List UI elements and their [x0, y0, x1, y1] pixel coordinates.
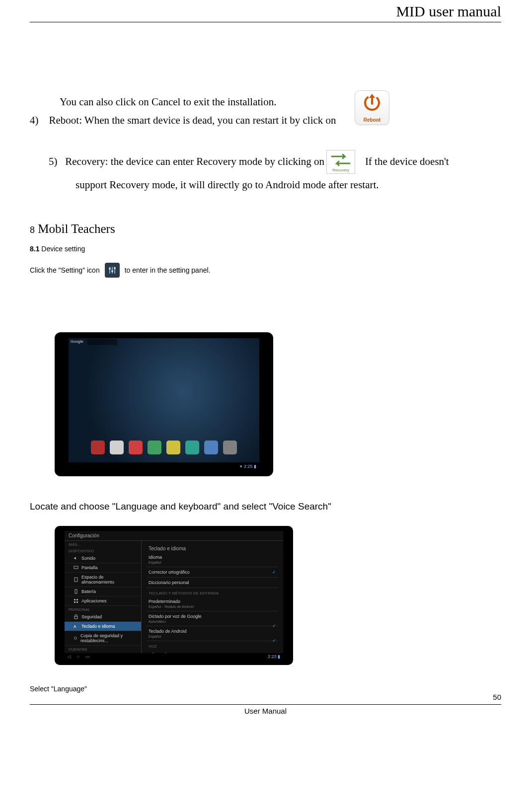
subsection-8-1-title: Device setting: [41, 245, 85, 253]
settings-left-item: Batería: [65, 587, 141, 596]
reboot-caption: Reboot: [355, 117, 389, 124]
google-label: Google: [71, 339, 83, 344]
recovery-caption: Recovery: [327, 167, 355, 173]
recovery-icon: Recovery: [326, 150, 355, 174]
app-icon: [185, 441, 199, 454]
settings-category: Más...: [65, 541, 141, 547]
footer-label: User Manual: [30, 707, 501, 715]
settings-right-category: TECLADO Y MÉTODOS DE ENTRADA: [147, 588, 278, 596]
cancel-line: You can also click on Cancel to exit the…: [60, 95, 501, 109]
settings-right-item: Corrector ortográfico: [147, 567, 278, 578]
app-icon-row: [91, 441, 237, 454]
app-icon: [204, 441, 218, 454]
tablet-home-screenshot: Google ◁○▭ ▾ 2:25 ▮: [55, 332, 273, 476]
settings-category: CUENTAS: [65, 646, 141, 652]
settings-left-item: Sonido: [65, 554, 141, 563]
svg-point-19: [75, 637, 77, 640]
svg-rect-10: [74, 566, 78, 569]
app-icon: [223, 441, 237, 454]
settings-right-item: Búsqueda por voz: [147, 650, 278, 653]
item5-number: 5): [49, 154, 58, 169]
reboot-icon: Reboot: [355, 90, 389, 125]
svg-rect-16: [76, 601, 78, 603]
app-icon: [110, 441, 124, 454]
subsection-8-1-number: 8.1: [30, 245, 39, 253]
settings-category: PERSONAL: [65, 606, 141, 612]
item5-text-c: support Recovery mode, it will directly …: [76, 178, 501, 192]
settings-right-item: PredeterminadoEspañol - Teclado de Andro…: [147, 596, 278, 611]
svg-rect-17: [75, 616, 77, 619]
settings-right-item: Diccionario personal: [147, 578, 278, 588]
settings-left-item: Pantalla: [65, 563, 141, 573]
settings-right-item: Teclado de AndroidEspañol: [147, 626, 278, 641]
page-number: 50: [30, 693, 501, 701]
item5-text-b: If the device doesn't: [365, 154, 449, 169]
settings-left-item: ATeclado e idioma: [65, 622, 141, 631]
instruction-language-keyboard: Locate and choose "Language and keyboard…: [30, 501, 501, 512]
settings-right-item: Dictado por voz de GoogleAutomático: [147, 611, 278, 626]
svg-point-6: [109, 268, 111, 270]
settings-category: DISPOSITIVO: [65, 547, 141, 554]
settings-left-item: Aplicaciones: [65, 596, 141, 606]
setting-line-a: Click the "Setting" icon: [30, 266, 100, 274]
settings-right-category: VOZ: [147, 641, 278, 650]
settings-left-item: Espacio de almacenamiento: [65, 573, 141, 587]
page-header-title: MID user manual: [30, 0, 501, 22]
section-8-number: 8: [30, 225, 35, 235]
settings-right-column: Teclado e idiomaIdiomaEspañolCorrector o…: [142, 541, 283, 653]
item5-text-a: Recovery: the device can enter Recovery …: [65, 154, 324, 169]
footer-rule: [30, 704, 501, 705]
svg-text:A: A: [74, 624, 76, 629]
settings-app-icon: [105, 263, 120, 278]
settings-left-column: Más...DISPOSITIVOSonidoPantallaEspacio d…: [65, 541, 142, 653]
svg-rect-11: [75, 578, 77, 582]
app-icon: [91, 441, 105, 454]
item4-number: 4): [30, 114, 39, 126]
svg-rect-12: [75, 590, 77, 593]
section-8-heading: 8 Mobil Teachers: [30, 222, 501, 236]
svg-point-7: [111, 270, 113, 272]
settings-left-item: Seguridad: [65, 612, 141, 622]
app-icon: [166, 441, 180, 454]
svg-rect-15: [74, 601, 76, 603]
settings-left-item: Copia de seguridad y restablecimi...: [65, 631, 141, 646]
select-language-line: Select "Language": [30, 685, 501, 693]
section-8-title: Mobil Teachers: [38, 222, 115, 235]
svg-rect-13: [74, 599, 76, 600]
search-bar-mock: [87, 339, 117, 345]
app-icon: [148, 441, 161, 454]
app-icon: [129, 441, 143, 454]
header-rule: [30, 22, 501, 22]
subsection-8-1: 8.1 Device setting: [30, 245, 501, 253]
settings-right-item: IdiomaEspañol: [147, 552, 278, 567]
item4-text: Reboot: When the smart device is dead, y…: [49, 114, 336, 126]
svg-point-8: [114, 267, 116, 269]
svg-marker-9: [74, 557, 76, 560]
setting-line-b: to enter in the setting panel.: [125, 266, 211, 274]
tablet-settings-screenshot: Configuración Más...DISPOSITIVOSonidoPan…: [55, 526, 293, 665]
settings-title: Configuración: [65, 531, 283, 541]
status-bar-clock: ▾ 2:25 ▮: [69, 462, 259, 470]
status-bar-2: ◁○▭ 2:23 ▮: [65, 653, 283, 660]
svg-rect-14: [76, 599, 78, 600]
